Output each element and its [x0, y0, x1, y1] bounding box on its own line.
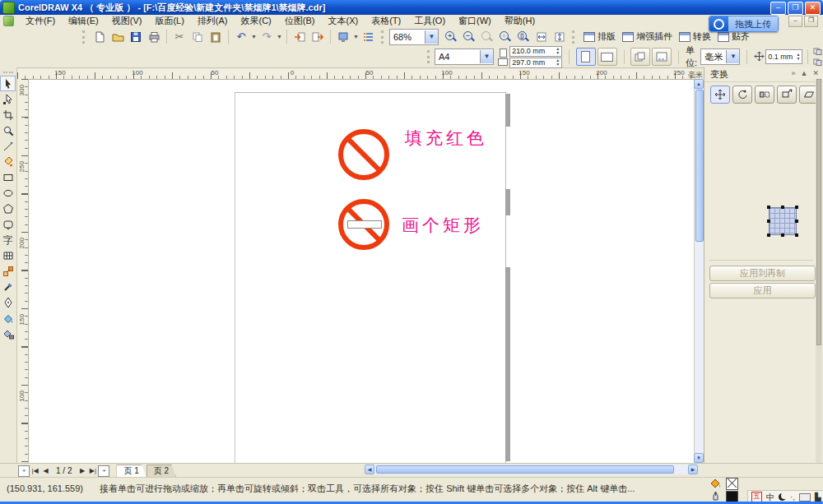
chevron-down-icon[interactable]: ▼	[480, 50, 493, 63]
menu-item[interactable]: 表格(T)	[365, 15, 407, 27]
eyedropper-tool-icon[interactable]	[0, 279, 16, 294]
ime-keyboard-icon[interactable]	[799, 493, 811, 502]
transform-size-icon[interactable]	[777, 86, 797, 104]
open-icon[interactable]	[109, 29, 127, 45]
cut-icon[interactable]: ✂	[170, 29, 188, 45]
portrait-button[interactable]	[576, 48, 596, 66]
copy-icon[interactable]	[188, 29, 207, 45]
zoom-selected-icon[interactable]: ▫	[496, 29, 514, 45]
menu-item[interactable]: 帮助(H)	[498, 15, 542, 27]
doc-minimize-button[interactable]: –	[788, 16, 802, 27]
menu-item[interactable]: 文件(F)	[19, 15, 62, 27]
previous-page-icon[interactable]: ◀	[40, 465, 51, 476]
paste-icon[interactable]	[207, 29, 225, 45]
basic-shapes-tool-icon[interactable]	[0, 216, 16, 232]
crop-tool-icon[interactable]	[0, 107, 16, 123]
duplicate-distance-icon2[interactable]	[813, 58, 823, 67]
ime-punctuation-icon[interactable]: ·,	[790, 492, 795, 502]
restore-button[interactable]: ❐	[788, 2, 803, 15]
no-smoking-sign-1[interactable]	[338, 129, 389, 180]
zoom-actual-icon[interactable]	[478, 29, 496, 45]
page-tab[interactable]: 页 1	[116, 465, 146, 478]
paper-width-field[interactable]: 210.0 mm▲▼	[509, 46, 562, 57]
options-icon[interactable]	[360, 29, 378, 45]
freehand-tool-icon[interactable]	[0, 138, 16, 154]
first-page-icon[interactable]: |◀	[30, 465, 40, 476]
sign-rectangle[interactable]	[347, 220, 382, 229]
ime-tools-icon[interactable]: ▙	[815, 492, 821, 502]
menu-item[interactable]: 文本(X)	[321, 15, 365, 27]
next-page-icon[interactable]: ▶	[77, 465, 87, 476]
no-smoking-sign-2[interactable]	[338, 199, 389, 250]
menu-item[interactable]: 窗口(W)	[452, 15, 498, 27]
horizontal-scroll-thumb[interactable]	[376, 465, 674, 474]
new-icon[interactable]	[91, 29, 109, 45]
fill-tool-icon[interactable]	[0, 310, 16, 326]
docker-scrollbar[interactable]	[816, 79, 822, 463]
ime-fullwidth-icon[interactable]	[779, 493, 786, 501]
table-tool-icon[interactable]	[0, 247, 16, 263]
undo-icon[interactable]: ↶	[232, 29, 250, 45]
save-icon[interactable]	[127, 29, 145, 45]
interactive-blend-tool-icon[interactable]	[0, 263, 16, 279]
menu-item[interactable]: 效果(C)	[235, 15, 278, 27]
docker-close-icon[interactable]: ✕	[812, 69, 819, 77]
import-icon[interactable]	[291, 29, 309, 45]
apply-button[interactable]: 应用	[709, 283, 816, 298]
menu-item[interactable]: 编辑(E)	[62, 15, 105, 27]
vertical-ruler[interactable]: 300250200150100500	[17, 79, 29, 463]
redo-dropdown-icon[interactable]: ▼	[276, 29, 283, 45]
current-page-layout-icon[interactable]	[652, 48, 672, 66]
shape-tool-icon[interactable]	[0, 91, 16, 107]
fill-none-swatch[interactable]	[726, 478, 738, 490]
app-launcher-icon[interactable]	[334, 29, 352, 45]
drawing-canvas[interactable]: 填充红色 画个矩形	[29, 80, 694, 463]
all-pages-layout-icon[interactable]	[630, 48, 650, 66]
landscape-button[interactable]	[597, 48, 617, 66]
scroll-down-icon[interactable]: ▼	[694, 453, 704, 463]
rectangle-tool-icon[interactable]	[0, 169, 16, 185]
add-page-start-icon[interactable]: +	[18, 465, 30, 477]
zoom-width-icon[interactable]	[532, 29, 551, 45]
scroll-right-icon[interactable]: ▶	[688, 465, 698, 474]
page-tab[interactable]: 页 2	[146, 465, 176, 478]
polygon-tool-icon[interactable]	[0, 201, 16, 216]
drag-upload-button[interactable]: 拖拽上传	[709, 16, 779, 32]
docker-scroll-thumb[interactable]	[816, 79, 821, 345]
menu-item[interactable]: 位图(B)	[278, 15, 322, 27]
chevron-down-icon[interactable]: ▼	[726, 50, 739, 63]
vertical-scroll-thumb[interactable]	[695, 90, 704, 242]
text-tool-icon[interactable]: 字	[0, 232, 16, 247]
close-button[interactable]: ✕	[805, 2, 821, 15]
paper-height-field[interactable]: 297.0 mm▲▼	[509, 58, 562, 68]
annotation-fill-red[interactable]: 填充红色	[405, 127, 487, 150]
pick-tool-icon[interactable]	[0, 76, 16, 91]
outline-pen-tool-icon[interactable]	[0, 294, 16, 310]
scroll-left-icon[interactable]: ◀	[365, 465, 374, 474]
menu-item[interactable]: 排列(A)	[191, 15, 235, 27]
toolbar-plugin-button[interactable]: 排版	[580, 29, 619, 45]
zoom-in-icon[interactable]: +	[442, 29, 460, 45]
undo-dropdown-icon[interactable]: ▼	[250, 29, 258, 45]
horizontal-ruler[interactable]: 15010050050100150200250300	[17, 69, 694, 80]
duplicate-distance-icon[interactable]	[813, 47, 823, 57]
zoom-tool-icon[interactable]	[0, 123, 16, 138]
menu-item[interactable]: 视图(V)	[105, 15, 149, 27]
paper-type-combo[interactable]: A4▼	[435, 49, 494, 65]
horizontal-scrollbar[interactable]: ◀ ▶	[365, 465, 698, 474]
add-page-end-icon[interactable]: +	[98, 465, 109, 477]
export-icon[interactable]	[309, 29, 327, 45]
transform-position-icon[interactable]	[710, 86, 730, 104]
transform-rotate-icon[interactable]	[732, 86, 752, 104]
transform-scale-mirror-icon[interactable]	[755, 86, 774, 104]
docker-collapse-icon[interactable]: »	[792, 69, 796, 77]
toolbar-plugin-button[interactable]: 增强插件	[619, 29, 676, 45]
menu-item[interactable]: 工具(O)	[407, 15, 452, 27]
minimize-button[interactable]: –	[770, 2, 786, 15]
nudge-field[interactable]: 0.1 mm▲▼	[765, 49, 802, 64]
ellipse-tool-icon[interactable]	[0, 185, 16, 201]
zoom-out-icon[interactable]: −	[460, 29, 478, 45]
zoom-level-combo[interactable]: 68%▼	[389, 29, 439, 45]
zoom-height-icon[interactable]	[551, 29, 569, 45]
doc-restore-button[interactable]: ❐	[804, 16, 818, 27]
